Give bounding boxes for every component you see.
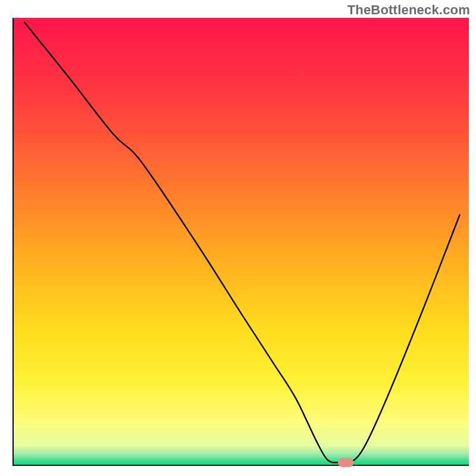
watermark-label: TheBottleneck.com — [347, 2, 470, 18]
plot-background — [13, 18, 469, 465]
chart-container: TheBottleneck.com — [0, 0, 476, 476]
optimal-marker — [338, 458, 354, 467]
bottleneck-chart — [0, 0, 476, 476]
